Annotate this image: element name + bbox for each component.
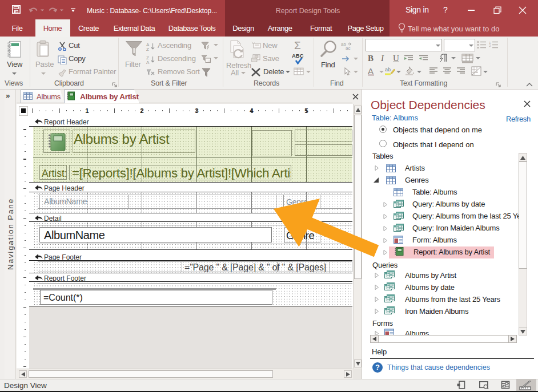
svg-text:Z: Z <box>146 47 149 51</box>
svg-text:Σ: Σ <box>294 39 301 50</box>
svg-text:A: A <box>146 60 150 64</box>
svg-text:2: 2 <box>489 44 491 47</box>
svg-text:ab: ab <box>385 67 391 72</box>
svg-text:ac: ac <box>346 46 350 50</box>
svg-text:ABC: ABC <box>292 52 304 59</box>
